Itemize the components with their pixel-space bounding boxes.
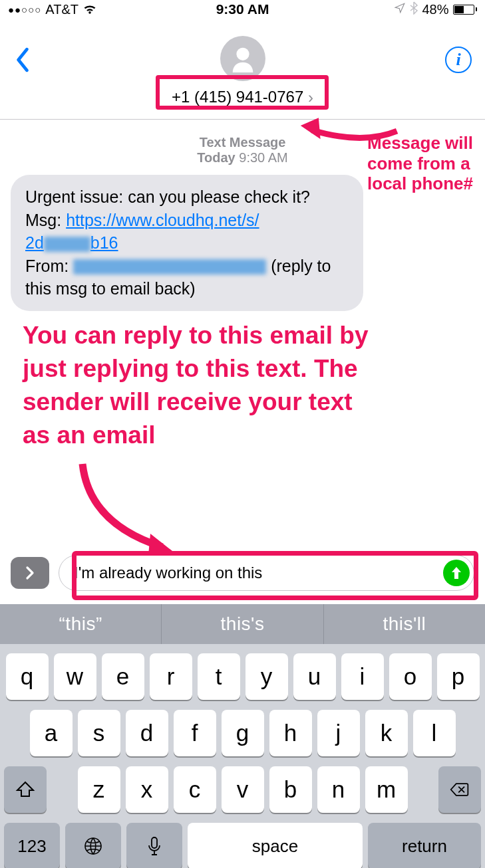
status-bar: ●●○○○ AT&T 9:30 AM 48% <box>0 0 485 19</box>
key-m[interactable]: m <box>365 766 408 813</box>
space-key[interactable]: space <box>188 823 363 868</box>
key-t[interactable]: t <box>198 653 240 700</box>
message-msg-prefix: Msg: <box>25 211 66 229</box>
suggestion-1[interactable]: “this” <box>0 604 162 644</box>
key-z[interactable]: z <box>78 766 120 813</box>
compose-field[interactable] <box>59 555 474 591</box>
message-link-p2b: b16 <box>90 233 118 252</box>
navigation-icon <box>394 2 406 17</box>
send-button[interactable] <box>443 560 470 586</box>
key-y[interactable]: y <box>245 653 288 700</box>
ann2-l2: just replying to this text. The <box>23 355 358 382</box>
timestamp-time: 9:30 AM <box>239 150 287 165</box>
key-r[interactable]: r <box>150 653 192 700</box>
ann2-l3: sender will receive your text <box>23 388 353 415</box>
shift-key[interactable] <box>4 766 47 813</box>
key-s[interactable]: s <box>78 710 120 756</box>
annotation-text-2: You can reply to this email by just repl… <box>23 319 369 452</box>
svg-point-0 <box>236 48 249 60</box>
suggestion-2[interactable]: this's <box>162 604 323 644</box>
key-n[interactable]: n <box>317 766 360 813</box>
key-o[interactable]: o <box>389 653 432 700</box>
ann1-l1: Message will <box>367 133 473 153</box>
dictation-key[interactable] <box>126 823 182 868</box>
key-c[interactable]: c <box>174 766 216 813</box>
keyboard: qwertyuiop asdfghjkl zxcvbnm 123 space r… <box>0 644 485 868</box>
key-d[interactable]: d <box>126 710 168 756</box>
key-j[interactable]: j <box>317 710 360 756</box>
globe-key[interactable] <box>65 823 121 868</box>
key-g[interactable]: g <box>222 710 264 756</box>
key-q[interactable]: q <box>6 653 49 700</box>
ann1-l2: come from a <box>367 154 470 173</box>
apps-button[interactable] <box>11 557 49 589</box>
key-x[interactable]: x <box>126 766 168 813</box>
carrier-label: AT&T <box>45 2 79 17</box>
suggestion-3[interactable]: this'll <box>324 604 485 644</box>
timestamp-day: Today <box>197 150 235 165</box>
annotation-text-1: Message will come from a local phone# <box>367 133 473 194</box>
incoming-message-bubble[interactable]: Urgent issue: can you please check it? M… <box>11 175 363 311</box>
numbers-key[interactable]: 123 <box>4 823 60 868</box>
key-v[interactable]: v <box>222 766 264 813</box>
redacted-link-segment <box>44 237 90 252</box>
message-type-label: Text Message <box>200 135 286 150</box>
keyboard-suggestions: “this” this's this'll <box>0 604 485 644</box>
contact-number-label[interactable]: +1 (415) 941-0767 <box>172 88 303 106</box>
bluetooth-icon <box>410 1 418 18</box>
key-p[interactable]: p <box>437 653 480 700</box>
return-key[interactable]: return <box>368 823 481 868</box>
key-a[interactable]: a <box>30 710 73 756</box>
message-link-p2a: 2d <box>25 233 44 252</box>
back-button[interactable] <box>9 47 36 73</box>
signal-dots-icon: ●●○○○ <box>8 4 41 15</box>
key-h[interactable]: h <box>269 710 312 756</box>
key-b[interactable]: b <box>269 766 312 813</box>
info-button[interactable]: i <box>445 47 472 73</box>
compose-input[interactable] <box>74 564 443 582</box>
redacted-email <box>73 259 266 274</box>
ann2-l4: as an email <box>23 421 156 449</box>
key-i[interactable]: i <box>341 653 384 700</box>
wifi-icon <box>82 4 97 15</box>
backspace-key[interactable] <box>438 766 481 813</box>
message-text-line1: Urgent issue: can you please check it? <box>25 187 310 206</box>
conversation-header: +1 (415) 941-0767 › i <box>0 19 485 120</box>
chevron-right-icon[interactable]: › <box>308 88 313 106</box>
key-u[interactable]: u <box>293 653 336 700</box>
svg-rect-2 <box>152 837 157 848</box>
key-k[interactable]: k <box>365 710 408 756</box>
key-l[interactable]: l <box>413 710 456 756</box>
contact-avatar-icon[interactable] <box>220 36 265 81</box>
key-w[interactable]: w <box>54 653 96 700</box>
key-f[interactable]: f <box>174 710 216 756</box>
annotation-arrow-2 <box>63 457 196 564</box>
clock-label: 9:30 AM <box>216 1 269 17</box>
ann1-l3: local phone# <box>367 173 473 193</box>
battery-pct-label: 48% <box>422 2 448 17</box>
key-e[interactable]: e <box>102 653 144 700</box>
battery-icon <box>453 5 478 15</box>
message-link-part1: https://www.cloudhq.net/s/ <box>66 211 259 229</box>
message-from-prefix: From: <box>25 257 73 275</box>
ann2-l1: You can reply to this email by <box>23 322 369 349</box>
